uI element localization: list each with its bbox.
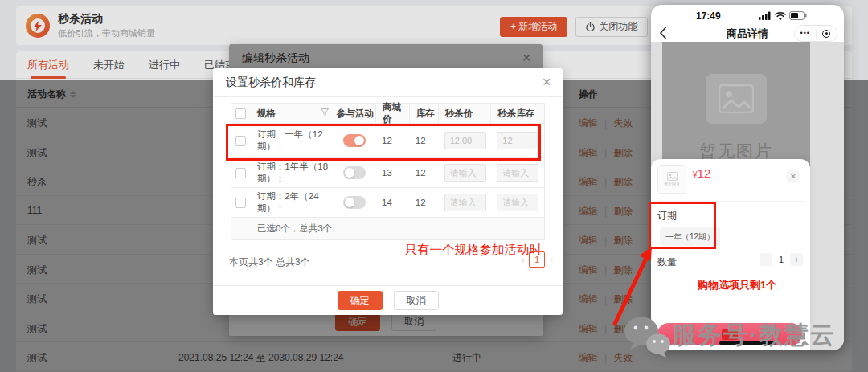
seckill-price-input[interactable]	[444, 194, 486, 211]
sku-modal-cancel-button[interactable]: 取消	[394, 291, 439, 310]
annotation-text-phone: 购物选项只剩1个	[698, 278, 776, 292]
quantity-label: 数量	[657, 255, 677, 269]
filter-icon[interactable]	[321, 108, 329, 118]
column-join: 参与活动	[334, 104, 375, 123]
mall-price: 13	[375, 158, 409, 187]
minus-button[interactable]: −	[760, 253, 772, 266]
quantity-value: 1	[779, 255, 784, 264]
wechat-icon	[622, 313, 672, 360]
page-1-button[interactable]: 1	[529, 251, 545, 268]
quantity-stepper: − 1 ＋	[760, 253, 803, 266]
sku-price-modal: 设置秒杀价和库存 ✕ 规格 参与活动 商城价 库存 秒杀价 秒杀库存 订期：一年…	[213, 68, 563, 315]
phone-status-bar: 17:49	[651, 5, 844, 22]
participate-toggle[interactable]	[343, 196, 366, 209]
page-summary: 本页共3个 总共3个	[229, 255, 310, 269]
miniprogram-capsule: •••	[794, 25, 837, 42]
selection-summary: 已选0个，总共3个	[231, 217, 544, 239]
column-seckill-stock: 秒杀库存	[490, 104, 544, 123]
status-time: 17:49	[696, 10, 721, 22]
sku-row: 订期：2年（24期）： 14 12	[231, 187, 544, 217]
spec-label: 订期：1年半（18期）：	[251, 158, 334, 187]
watermark-text: 服务号·教慧云	[672, 319, 836, 352]
seckill-price-input[interactable]	[444, 164, 486, 182]
seckill-stock-input[interactable]	[497, 164, 538, 182]
row-checkbox[interactable]	[235, 168, 246, 178]
phone-preview: 17:49 商品详情 ••• 暂无图片	[651, 5, 844, 350]
next-page-icon[interactable]: ›	[550, 255, 553, 264]
signal-icon	[759, 11, 772, 20]
mall-price: 14	[375, 188, 409, 217]
page: 秒杀活动 低价引流，带动商城销量 + 新增活动 关闭功能 操作教程 所有活动 未…	[0, 0, 868, 372]
wifi-icon	[775, 11, 786, 20]
close-icon[interactable]: ✕	[786, 169, 800, 183]
more-icon[interactable]: •••	[795, 30, 816, 37]
select-all-checkbox[interactable]	[235, 108, 246, 119]
plus-button[interactable]: ＋	[790, 253, 803, 266]
participate-toggle[interactable]	[343, 166, 366, 179]
exit-icon[interactable]	[817, 30, 837, 38]
stock: 12	[409, 158, 438, 187]
sku-modal-title: 设置秒杀价和库存	[226, 76, 316, 90]
phone-screen: 暂无图片 暂无图片 ¥12 ✕ 订期 一年（12期） 数量 − 1 ＋	[651, 42, 844, 350]
column-spec: 规格	[257, 108, 276, 120]
sheet-price: ¥12	[693, 166, 710, 180]
battery-icon	[789, 11, 807, 20]
prev-page-icon[interactable]: ‹	[522, 255, 525, 264]
phone-nav-bar: 商品详情 •••	[651, 22, 844, 43]
spec-label: 订期：2年（24期）：	[251, 188, 334, 217]
annotation-box-sku-row	[226, 124, 541, 161]
column-seckill-price: 秒杀价	[438, 104, 491, 123]
seckill-stock-input[interactable]	[497, 194, 538, 211]
column-stock: 库存	[409, 104, 438, 123]
row-checkbox[interactable]	[235, 198, 246, 208]
stock: 12	[409, 188, 438, 217]
column-mall-price: 商城价	[375, 104, 409, 123]
sku-table-header: 规格 参与活动 商城价 库存 秒杀价 秒杀库存	[231, 104, 544, 123]
sku-row: 订期：1年半（18期）： 13 12	[231, 157, 544, 187]
product-thumbnail: 暂无图片	[657, 165, 686, 194]
close-icon[interactable]: ✕	[542, 76, 551, 88]
pagination: ‹ 1 ›	[522, 251, 553, 268]
sku-modal-confirm-button[interactable]: 确定	[338, 291, 383, 310]
